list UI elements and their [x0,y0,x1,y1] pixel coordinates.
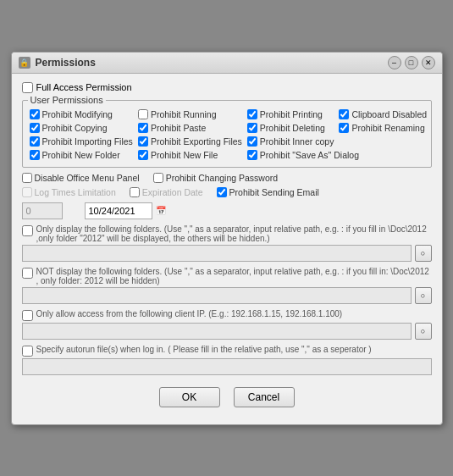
perm-prohibit-printing: Prohibit Printing [247,109,334,119]
autorun-label-row: Specify autorun file(s) when log in. ( P… [22,345,432,357]
folder-display-label: Only display the following folders. (Use… [36,224,432,243]
prohibit-running-label: Prohibit Running [151,109,217,119]
folder-hide-checkbox[interactable] [22,268,33,279]
title-bar: 🔒 Permissions – □ ✕ [12,53,442,74]
prohibit-password-item: Prohibit Changing Password [153,173,279,183]
autorun-group: Specify autorun file(s) when log in. ( P… [22,345,432,375]
log-times-label: Log Times Limitation [35,187,116,197]
prohibit-copying-checkbox[interactable] [30,123,40,133]
folder-hide-input-row: ○ [22,287,432,304]
perm-prohibit-save-as: Prohibit "Save As" Dialog [247,150,427,160]
prohibit-email-checkbox[interactable] [217,187,227,197]
clipboard-disabled-label: Clipboard Disabled [351,109,427,119]
folder-hide-group: NOT display the following folders. (Use … [22,267,432,304]
prohibit-save-as-checkbox[interactable] [247,150,257,160]
perm-prohibit-deleting: Prohibit Deleting [247,123,334,133]
prohibit-paste-label: Prohibit Paste [151,123,206,133]
cancel-button[interactable]: Cancel [234,387,295,407]
autorun-checkbox[interactable] [22,346,33,357]
full-access-checkbox[interactable] [22,82,33,93]
expiration-item: Expiration Date [130,187,203,197]
prohibit-printing-checkbox[interactable] [247,109,257,119]
window-icon: 🔒 [19,57,30,69]
log-expiry-row: Log Times Limitation Expiration Date Pro… [22,187,432,197]
perm-prohibit-new-folder: Prohibit New Folder [30,150,133,160]
prohibit-inner-copy-label: Prohibit Inner copy [260,136,334,147]
prohibit-inner-copy-checkbox[interactable] [247,136,257,147]
prohibit-new-file-label: Prohibit New File [151,150,218,160]
expiration-checkbox[interactable] [130,187,140,197]
full-access-row: Full Access Permission [22,82,432,93]
folder-display-browse-button[interactable]: ○ [415,245,432,262]
permissions-grid: Prohibit Modifying Prohibit Running Proh… [30,109,424,160]
folder-display-label-row: Only display the following folders. (Use… [22,224,432,243]
folder-hide-label-row: NOT display the following folders. (Use … [22,267,432,285]
client-ip-browse-button[interactable]: ○ [415,323,432,340]
prohibit-new-folder-label: Prohibit New Folder [42,150,120,160]
disable-office-menu-checkbox[interactable] [22,173,32,183]
autorun-input-row [22,358,432,375]
permissions-dialog: 🔒 Permissions – □ ✕ Full Access Permissi… [11,52,443,425]
user-permissions-group: User Permissions Prohibit Modifying Proh… [22,100,432,168]
prohibit-paste-checkbox[interactable] [138,123,148,133]
extra-options-row: Disable Office Menu Panel Prohibit Chang… [22,173,432,183]
title-bar-left: 🔒 Permissions [19,57,96,69]
prohibit-modifying-label: Prohibit Modifying [42,109,113,119]
perm-prohibit-inner-copy: Prohibit Inner copy [247,136,334,147]
perm-prohibit-running: Prohibit Running [138,109,242,119]
maximize-button[interactable]: □ [405,56,418,69]
perm-prohibit-copying: Prohibit Copying [30,123,133,133]
footer: OK Cancel [22,380,432,416]
disable-office-menu-label: Disable Office Menu Panel [35,173,140,183]
prohibit-save-as-label: Prohibit "Save As" Dialog [260,150,359,160]
disable-office-menu-item: Disable Office Menu Panel [22,173,140,183]
perm-prohibit-importing: Prohibit Importing Files [30,136,133,147]
input-values-row: 📅 [22,202,432,219]
prohibit-exporting-label: Prohibit Exporting Files [151,136,242,147]
prohibit-running-checkbox[interactable] [138,109,148,119]
clipboard-disabled-checkbox[interactable] [339,109,349,119]
client-ip-input[interactable] [22,323,412,340]
prohibit-new-file-checkbox[interactable] [138,150,148,160]
user-permissions-label: User Permissions [28,95,106,105]
prohibit-exporting-checkbox[interactable] [138,136,148,147]
prohibit-copying-label: Prohibit Copying [42,123,108,133]
close-button[interactable]: ✕ [422,56,435,69]
window-controls: – □ ✕ [388,56,435,69]
prohibit-email-item: Prohibit Sending Email [217,187,319,197]
full-access-label: Full Access Permission [36,82,132,92]
perm-prohibit-renaming: Prohibit Renaming [339,123,427,133]
dialog-content: Full Access Permission User Permissions … [12,74,442,424]
prohibit-printing-label: Prohibit Printing [260,109,323,119]
prohibit-deleting-checkbox[interactable] [247,123,257,133]
ok-button[interactable]: OK [159,387,220,407]
prohibit-importing-label: Prohibit Importing Files [42,136,133,147]
autorun-label: Specify autorun file(s) when log in. ( P… [36,345,372,354]
folder-display-group: Only display the following folders. (Use… [22,224,432,262]
prohibit-modifying-checkbox[interactable] [30,109,40,119]
perm-prohibit-exporting: Prohibit Exporting Files [138,136,242,147]
prohibit-password-checkbox[interactable] [153,173,163,183]
perm-clipboard-disabled: Clipboard Disabled [339,109,427,119]
folder-hide-input[interactable] [22,287,412,304]
log-times-input[interactable] [22,202,63,219]
expiration-label: Expiration Date [142,187,203,197]
folder-hide-browse-button[interactable]: ○ [415,287,432,304]
prohibit-new-folder-checkbox[interactable] [30,150,40,160]
client-ip-label: Only allow access from the following cli… [36,309,343,318]
prohibit-renaming-checkbox[interactable] [339,123,349,133]
client-ip-label-row: Only allow access from the following cli… [22,309,432,321]
prohibit-email-label: Prohibit Sending Email [229,187,319,197]
prohibit-password-label: Prohibit Changing Password [166,173,279,183]
client-ip-checkbox[interactable] [22,310,33,321]
prohibit-renaming-label: Prohibit Renaming [351,123,424,133]
calendar-icon[interactable]: 📅 [156,206,166,215]
client-ip-input-row: ○ [22,323,432,340]
log-times-checkbox[interactable] [22,187,32,197]
folder-display-input[interactable] [22,245,412,262]
prohibit-importing-checkbox[interactable] [30,136,40,147]
minimize-button[interactable]: – [388,56,401,69]
expiration-date-input[interactable] [85,202,152,219]
folder-display-checkbox[interactable] [22,225,33,236]
autorun-input[interactable] [22,358,432,375]
